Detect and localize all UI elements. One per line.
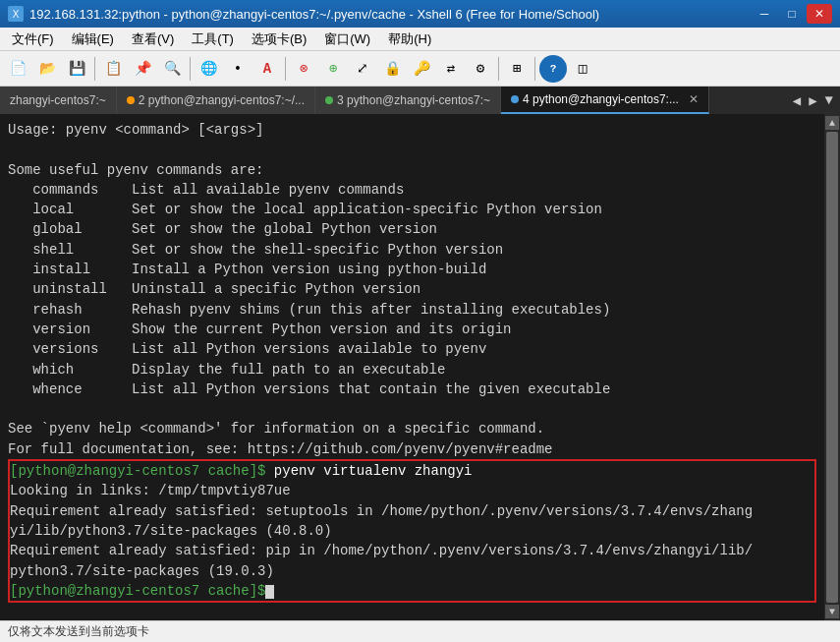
toolbar-font-btn[interactable]: A (253, 55, 281, 83)
line-uninstall: uninstall Uninstall a specific Python ve… (8, 281, 420, 297)
window-title: 192.168.131.32:python - python@zhangyi-c… (29, 7, 599, 22)
menu-bar: 文件(F) 编辑(E) 查看(V) 工具(T) 选项卡(B) 窗口(W) 帮助(… (0, 28, 840, 51)
line-blank1 (8, 142, 16, 157)
scroll-thumb[interactable] (826, 132, 838, 603)
line-global: global Set or show the global Python ver… (8, 221, 437, 237)
line-see: See `pyenv help <command>' for informati… (8, 421, 544, 437)
line-local: local Set or show the local application-… (8, 202, 602, 217)
line-req2b: python3.7/site-packages (19.0.3) (10, 563, 274, 579)
toolbar-sep5 (534, 57, 535, 81)
line-version: version Show the current Python version … (8, 321, 512, 337)
toolbar-paste-btn[interactable]: 📌 (129, 55, 156, 83)
tab-nav: ◀ ▶ ▼ (786, 87, 840, 114)
toolbar-green-btn[interactable]: ⊕ (319, 55, 347, 83)
tab-1-label: zhangyi-centos7:~ (10, 93, 106, 107)
toolbar-misc-btn[interactable]: ◫ (569, 55, 596, 83)
line-versions: versions List all Python versions availa… (8, 341, 486, 357)
terminal-cursor (265, 585, 274, 599)
line-cmd1: pyenv virtualenv zhangyi (265, 463, 472, 479)
toolbar-bullet-btn[interactable]: • (224, 55, 252, 83)
tab-4-label: 4 python@zhangyi-centos7:... (523, 92, 679, 106)
line-commands: commands List all available pyenv comman… (8, 182, 404, 198)
toolbar-new-btn[interactable]: 📄 (4, 55, 31, 83)
menu-window[interactable]: 窗口(W) (316, 29, 378, 50)
tab-3-label: 3 python@zhangyi-centos7:~ (337, 93, 490, 107)
right-scrollbar[interactable]: ▲ ▼ (824, 114, 840, 620)
menu-view[interactable]: 查看(V) (124, 29, 182, 50)
tab-next-btn[interactable]: ▶ (806, 92, 819, 109)
minimize-button[interactable]: ─ (752, 4, 777, 24)
toolbar-transfer-btn[interactable]: ⇄ (437, 55, 465, 83)
line-prompt1: [python@zhangyi-centos7 cache]$ (10, 463, 265, 479)
line-req2: Requirement already satisfied: pip in /h… (10, 543, 753, 558)
toolbar-sep1 (94, 57, 95, 81)
terminal-output: Usage: pyenv <command> [<args>] Some use… (8, 120, 816, 459)
app-icon: X (8, 6, 24, 22)
line-install: install Install a Python version using p… (8, 262, 486, 277)
status-bar: 仅将文本发送到当前选项卡 (0, 620, 840, 642)
toolbar-globe-btn[interactable]: 🌐 (195, 55, 222, 83)
menu-file[interactable]: 文件(F) (4, 29, 62, 50)
terminal-wrapper: Usage: pyenv <command> [<args>] Some use… (0, 114, 840, 620)
line-looking: Looking in links: /tmp/tmpvtiy87ue (10, 483, 291, 498)
tab-2[interactable]: 2 python@zhangyi-centos7:~/... (117, 87, 315, 114)
toolbar-copy-btn[interactable]: 📋 (99, 55, 127, 83)
toolbar-settings-btn[interactable]: ⚙ (467, 55, 494, 83)
tab-4[interactable]: 4 python@zhangyi-centos7:... ✕ (501, 87, 709, 114)
toolbar-red-btn[interactable]: ⊗ (290, 55, 317, 83)
scroll-down-btn[interactable]: ▼ (825, 605, 839, 618)
menu-help[interactable]: 帮助(H) (380, 29, 439, 50)
tab-4-dot (511, 95, 519, 103)
status-text: 仅将文本发送到当前选项卡 (8, 623, 149, 640)
tab-3-dot (325, 96, 333, 104)
toolbar-open-btn[interactable]: 📂 (33, 55, 61, 83)
terminal[interactable]: Usage: pyenv <command> [<args>] Some use… (0, 114, 824, 620)
tab-bar: zhangyi-centos7:~ 2 python@zhangyi-cento… (0, 87, 840, 114)
tab-1[interactable]: zhangyi-centos7:~ (0, 87, 117, 114)
line-req1b: yi/lib/python3.7/site-packages (40.8.0) (10, 523, 332, 539)
toolbar-lock-btn[interactable]: 🔒 (378, 55, 406, 83)
line-some-useful: Some useful pyenv commands are: (8, 162, 263, 178)
toolbar-key-btn[interactable]: 🔑 (408, 55, 435, 83)
line-rehash: rehash Rehash pyenv shims (run this afte… (8, 302, 610, 318)
line-shell: shell Set or show the shell-specific Pyt… (8, 242, 503, 258)
toolbar-btn3[interactable]: 💾 (63, 55, 90, 83)
highlighted-section: [python@zhangyi-centos7 cache]$ pyenv vi… (8, 459, 816, 603)
title-bar-left: X 192.168.131.32:python - python@zhangyi… (8, 6, 599, 22)
line-full-doc: For full documentation, see: https://git… (8, 441, 553, 457)
title-bar-buttons: ─ □ ✕ (752, 4, 832, 24)
toolbar-sep3 (285, 57, 286, 81)
toolbar-sep2 (190, 57, 191, 81)
menu-tabs[interactable]: 选项卡(B) (244, 29, 314, 50)
close-button[interactable]: ✕ (807, 4, 832, 24)
tab-dropdown-btn[interactable]: ▼ (822, 92, 836, 108)
line-prompt2: [python@zhangyi-centos7 cache]$ (10, 583, 265, 599)
line-1: Usage: pyenv <command> [<args>] (8, 122, 263, 138)
tab-2-dot (127, 96, 135, 104)
tab-4-close-icon[interactable]: ✕ (689, 92, 699, 106)
title-bar: X 192.168.131.32:python - python@zhangyi… (0, 0, 840, 28)
line-whence: whence List all Python versions that con… (8, 381, 610, 397)
menu-edit[interactable]: 编辑(E) (64, 29, 122, 50)
toolbar-help-btn[interactable]: ? (539, 55, 567, 83)
toolbar: 📄 📂 💾 📋 📌 🔍 🌐 • A ⊗ ⊕ ⤢ 🔒 🔑 ⇄ ⚙ ⊞ ? ◫ (0, 51, 840, 87)
line-blank2 (8, 401, 16, 417)
scroll-up-btn[interactable]: ▲ (825, 116, 839, 130)
tab-3[interactable]: 3 python@zhangyi-centos7:~ (315, 87, 501, 114)
tab-2-label: 2 python@zhangyi-centos7:~/... (139, 93, 305, 107)
toolbar-grid-btn[interactable]: ⊞ (503, 55, 531, 83)
tab-prev-btn[interactable]: ◀ (790, 92, 804, 109)
line-which: which Display the full path to an execut… (8, 362, 445, 378)
menu-tools[interactable]: 工具(T) (184, 29, 242, 50)
terminal-highlighted: [python@zhangyi-centos7 cache]$ pyenv vi… (10, 461, 814, 601)
line-req1: Requirement already satisfied: setuptool… (10, 503, 753, 519)
toolbar-sep4 (498, 57, 499, 81)
toolbar-search-btn[interactable]: 🔍 (158, 55, 186, 83)
maximize-button[interactable]: □ (779, 4, 805, 24)
toolbar-expand-btn[interactable]: ⤢ (349, 55, 376, 83)
